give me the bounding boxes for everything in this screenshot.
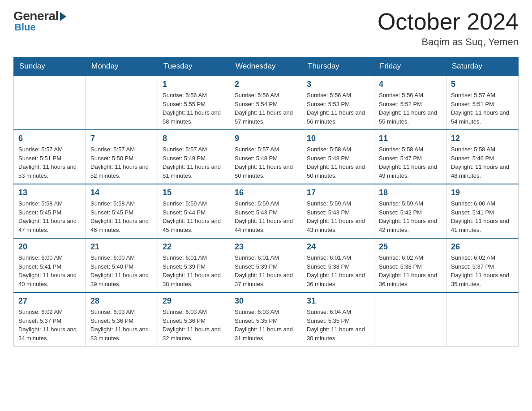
calendar-cell: 2Sunrise: 5:56 AM Sunset: 5:54 PM Daylig… — [230, 76, 302, 130]
day-info: Sunrise: 6:03 AM Sunset: 5:36 PM Dayligh… — [163, 308, 225, 342]
day-number: 27 — [18, 296, 81, 306]
day-number: 6 — [18, 134, 81, 143]
calendar-cell: 13Sunrise: 5:58 AM Sunset: 5:45 PM Dayli… — [14, 184, 86, 238]
calendar-cell: 11Sunrise: 5:58 AM Sunset: 5:47 PM Dayli… — [374, 130, 446, 184]
calendar-cell: 7Sunrise: 5:57 AM Sunset: 5:50 PM Daylig… — [86, 130, 158, 184]
day-number: 28 — [90, 296, 153, 306]
calendar-cell: 1Sunrise: 5:56 AM Sunset: 5:55 PM Daylig… — [158, 76, 230, 130]
calendar-cell — [14, 76, 86, 130]
calendar-cell: 26Sunrise: 6:02 AM Sunset: 5:37 PM Dayli… — [446, 238, 519, 292]
day-info: Sunrise: 5:59 AM Sunset: 5:44 PM Dayligh… — [163, 199, 225, 234]
calendar-cell: 17Sunrise: 5:59 AM Sunset: 5:43 PM Dayli… — [302, 184, 374, 238]
day-number: 4 — [379, 80, 442, 89]
calendar-cell: 19Sunrise: 6:00 AM Sunset: 5:41 PM Dayli… — [446, 184, 519, 238]
calendar-cell — [374, 292, 446, 347]
day-number: 17 — [307, 188, 369, 197]
calendar-cell: 12Sunrise: 5:58 AM Sunset: 5:46 PM Dayli… — [446, 130, 519, 184]
day-info: Sunrise: 6:01 AM Sunset: 5:38 PM Dayligh… — [307, 253, 369, 288]
day-info: Sunrise: 5:58 AM Sunset: 5:45 PM Dayligh… — [18, 199, 81, 234]
day-info: Sunrise: 6:01 AM Sunset: 5:39 PM Dayligh… — [163, 253, 225, 288]
day-number: 7 — [90, 134, 153, 143]
calendar-cell: 6Sunrise: 5:57 AM Sunset: 5:51 PM Daylig… — [14, 130, 86, 184]
day-number: 29 — [163, 296, 225, 306]
calendar-header-row: SundayMondayTuesdayWednesdayThursdayFrid… — [14, 57, 519, 76]
calendar-cell — [86, 76, 158, 130]
day-info: Sunrise: 5:59 AM Sunset: 5:43 PM Dayligh… — [307, 199, 369, 234]
day-info: Sunrise: 6:04 AM Sunset: 5:35 PM Dayligh… — [307, 308, 369, 342]
day-info: Sunrise: 6:02 AM Sunset: 5:38 PM Dayligh… — [379, 253, 442, 288]
week-row-5: 27Sunrise: 6:02 AM Sunset: 5:37 PM Dayli… — [14, 292, 519, 347]
day-info: Sunrise: 6:00 AM Sunset: 5:41 PM Dayligh… — [451, 199, 514, 234]
location-label: Baqim as Suq, Yemen — [378, 36, 519, 48]
day-number: 3 — [307, 80, 369, 89]
calendar-cell: 23Sunrise: 6:01 AM Sunset: 5:39 PM Dayli… — [230, 238, 302, 292]
calendar-header-tuesday: Tuesday — [158, 57, 230, 76]
day-info: Sunrise: 5:57 AM Sunset: 5:51 PM Dayligh… — [18, 145, 81, 180]
day-number: 21 — [90, 242, 153, 252]
calendar-cell: 5Sunrise: 5:57 AM Sunset: 5:51 PM Daylig… — [446, 76, 519, 130]
day-info: Sunrise: 5:59 AM Sunset: 5:43 PM Dayligh… — [235, 199, 297, 234]
day-info: Sunrise: 5:59 AM Sunset: 5:42 PM Dayligh… — [379, 199, 442, 234]
day-info: Sunrise: 6:00 AM Sunset: 5:41 PM Dayligh… — [18, 253, 81, 288]
day-number: 10 — [307, 134, 369, 143]
day-number: 11 — [379, 134, 442, 143]
calendar-cell: 16Sunrise: 5:59 AM Sunset: 5:43 PM Dayli… — [230, 184, 302, 238]
day-info: Sunrise: 6:03 AM Sunset: 5:36 PM Dayligh… — [90, 308, 153, 342]
day-number: 18 — [379, 188, 442, 197]
day-info: Sunrise: 5:58 AM Sunset: 5:45 PM Dayligh… — [90, 199, 153, 234]
day-number: 16 — [235, 188, 297, 197]
day-info: Sunrise: 5:56 AM Sunset: 5:55 PM Dayligh… — [163, 91, 225, 126]
day-number: 12 — [451, 134, 514, 143]
calendar-cell — [446, 292, 519, 347]
day-info: Sunrise: 6:02 AM Sunset: 5:37 PM Dayligh… — [18, 308, 81, 342]
day-info: Sunrise: 5:56 AM Sunset: 5:53 PM Dayligh… — [307, 91, 369, 126]
day-info: Sunrise: 6:01 AM Sunset: 5:39 PM Dayligh… — [235, 253, 297, 288]
calendar-cell: 29Sunrise: 6:03 AM Sunset: 5:36 PM Dayli… — [158, 292, 230, 347]
day-number: 9 — [235, 134, 297, 143]
calendar-cell: 8Sunrise: 5:57 AM Sunset: 5:49 PM Daylig… — [158, 130, 230, 184]
day-info: Sunrise: 6:03 AM Sunset: 5:35 PM Dayligh… — [235, 308, 297, 342]
calendar-cell: 31Sunrise: 6:04 AM Sunset: 5:35 PM Dayli… — [302, 292, 374, 347]
day-number: 22 — [163, 242, 225, 252]
logo-blue-text: Blue — [14, 21, 36, 33]
calendar-cell: 18Sunrise: 5:59 AM Sunset: 5:42 PM Dayli… — [374, 184, 446, 238]
logo: General Blue — [13, 9, 66, 33]
day-number: 23 — [235, 242, 297, 252]
day-number: 19 — [451, 188, 514, 197]
calendar-cell: 3Sunrise: 5:56 AM Sunset: 5:53 PM Daylig… — [302, 76, 374, 130]
calendar-header-thursday: Thursday — [302, 57, 374, 76]
calendar-header-friday: Friday — [374, 57, 446, 76]
calendar-cell: 20Sunrise: 6:00 AM Sunset: 5:41 PM Dayli… — [14, 238, 86, 292]
day-number: 2 — [235, 80, 297, 89]
day-info: Sunrise: 6:02 AM Sunset: 5:37 PM Dayligh… — [451, 253, 514, 288]
day-info: Sunrise: 5:57 AM Sunset: 5:48 PM Dayligh… — [235, 145, 297, 180]
day-number: 5 — [451, 80, 514, 89]
day-info: Sunrise: 5:56 AM Sunset: 5:54 PM Dayligh… — [235, 91, 297, 126]
day-number: 31 — [307, 296, 369, 306]
page-header: General Blue October 2024 Baqim as Suq, … — [13, 9, 519, 48]
calendar-cell: 15Sunrise: 5:59 AM Sunset: 5:44 PM Dayli… — [158, 184, 230, 238]
day-info: Sunrise: 5:56 AM Sunset: 5:52 PM Dayligh… — [379, 91, 442, 126]
day-number: 26 — [451, 242, 514, 252]
day-number: 13 — [18, 188, 81, 197]
calendar-cell: 30Sunrise: 6:03 AM Sunset: 5:35 PM Dayli… — [230, 292, 302, 347]
day-number: 20 — [18, 242, 81, 252]
week-row-4: 20Sunrise: 6:00 AM Sunset: 5:41 PM Dayli… — [14, 238, 519, 292]
day-number: 15 — [163, 188, 225, 197]
day-number: 14 — [90, 188, 153, 197]
calendar-cell: 4Sunrise: 5:56 AM Sunset: 5:52 PM Daylig… — [374, 76, 446, 130]
calendar-cell: 21Sunrise: 6:00 AM Sunset: 5:40 PM Dayli… — [86, 238, 158, 292]
day-number: 30 — [235, 296, 297, 306]
calendar-cell: 10Sunrise: 5:58 AM Sunset: 5:48 PM Dayli… — [302, 130, 374, 184]
day-info: Sunrise: 5:57 AM Sunset: 5:50 PM Dayligh… — [90, 145, 153, 180]
week-row-3: 13Sunrise: 5:58 AM Sunset: 5:45 PM Dayli… — [14, 184, 519, 238]
day-number: 1 — [163, 80, 225, 89]
day-info: Sunrise: 5:57 AM Sunset: 5:49 PM Dayligh… — [163, 145, 225, 180]
day-info: Sunrise: 6:00 AM Sunset: 5:40 PM Dayligh… — [90, 253, 153, 288]
calendar-cell: 22Sunrise: 6:01 AM Sunset: 5:39 PM Dayli… — [158, 238, 230, 292]
day-info: Sunrise: 5:58 AM Sunset: 5:48 PM Dayligh… — [307, 145, 369, 180]
calendar-cell: 24Sunrise: 6:01 AM Sunset: 5:38 PM Dayli… — [302, 238, 374, 292]
calendar-cell: 28Sunrise: 6:03 AM Sunset: 5:36 PM Dayli… — [86, 292, 158, 347]
logo-arrow-icon — [60, 12, 66, 21]
week-row-1: 1Sunrise: 5:56 AM Sunset: 5:55 PM Daylig… — [14, 76, 519, 130]
